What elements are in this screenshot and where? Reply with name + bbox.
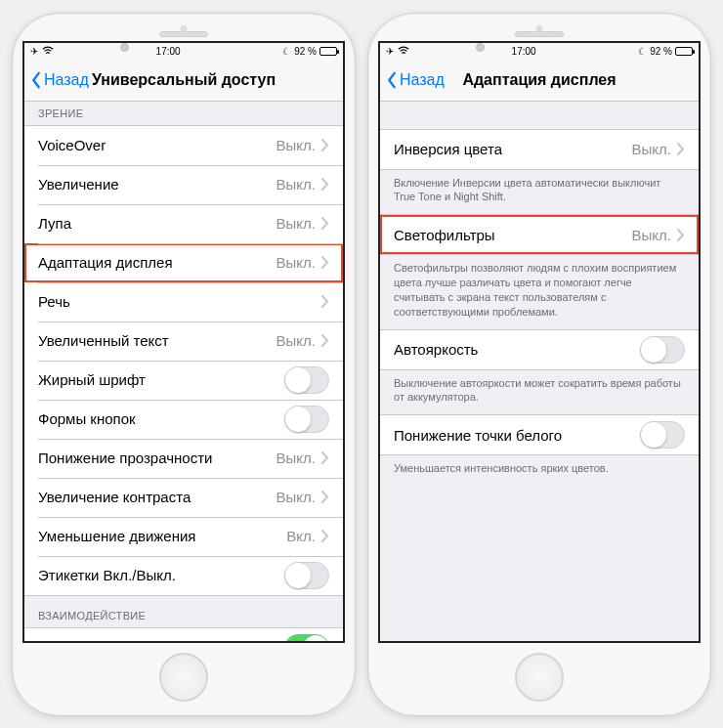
row-reduce-motion[interactable]: Уменьшение движения Вкл. [24,517,343,556]
row-white-point[interactable]: Понижение точки белого [380,415,699,454]
row-label: Понижение прозрачности [38,450,276,466]
row-label: Светофильтры [394,227,632,243]
toggle-auto-brightness[interactable] [640,336,685,364]
row-label: Понижение точки белого [394,427,640,444]
row-label: Жирный шрифт [38,371,284,388]
row-label: Лупа [38,215,276,232]
chevron-right-icon [321,139,329,151]
footer-invert: Включение Инверсии цвета автоматически в… [380,170,699,215]
footer-white-point: Уменьшается интенсивность ярких цветов. [380,455,699,486]
toggle-on-off-labels[interactable] [284,562,329,589]
row-label: Формы кнопок [38,410,284,427]
chevron-right-icon [321,256,329,269]
row-invert-colors[interactable]: Инверсия цвета Выкл. [380,130,699,169]
footer-filters: Светофильтры позволяют людям с плохим во… [380,255,699,328]
row-reduce-transparency[interactable]: Понижение прозрачности Выкл. [24,439,343,478]
chevron-right-icon [321,217,329,230]
chevron-right-icon [321,530,329,542]
section-header-vision: ЗРЕНИЕ [24,102,343,125]
row-value: Выкл. [276,137,316,153]
footer-auto-brightness: Выключение автояркости может сократить в… [380,370,699,415]
battery-icon [319,47,337,56]
back-button[interactable]: Назад [380,71,445,89]
status-bar: ✈ 17:00 ☾ 92 % [380,43,699,61]
chevron-left-icon [386,71,398,89]
row-bold-text[interactable]: Жирный шрифт [24,361,343,400]
screen-right: ✈ 17:00 ☾ 92 % Назад Адаптация дисплея [378,41,701,643]
status-time: 17:00 [156,46,181,57]
row-value: Выкл. [632,227,671,243]
front-camera [120,43,129,52]
row-value: Выкл. [632,141,671,157]
toggle-button-shapes[interactable] [284,406,329,433]
back-label: Назад [400,71,445,89]
row-button-shapes[interactable]: Формы кнопок [24,400,343,439]
row-label: Автояркость [394,341,640,358]
status-bar: ✈ 17:00 ☾ 92 % [24,43,343,61]
row-value: Выкл. [276,254,316,271]
chevron-left-icon [30,71,42,89]
row-speech[interactable]: Речь [24,282,343,321]
row-auto-brightness[interactable]: Автояркость [380,330,699,369]
wifi-icon [42,46,54,58]
chevron-right-icon [677,143,685,155]
nav-bar: Назад Универсальный доступ [24,61,343,102]
row-value: Выкл. [276,450,316,466]
settings-list[interactable]: Инверсия цвета Выкл. Включение Инверсии … [380,102,699,641]
status-time: 17:00 [512,46,536,57]
back-button[interactable]: Назад [24,71,89,89]
moon-icon: ☾ [638,46,647,57]
phone-left: ✈ 17:00 ☾ 92 % Назад Универсальный досту… [12,13,356,716]
proximity-sensor [536,25,543,32]
home-button[interactable] [515,653,564,702]
row-label: VoiceOver [38,137,276,153]
chevron-right-icon [321,178,329,191]
chevron-right-icon [321,334,329,347]
phone-right: ✈ 17:00 ☾ 92 % Назад Адаптация дисплея [367,13,711,716]
front-camera [476,43,485,52]
row-label: Увеличение [38,176,276,193]
toggle-reachability[interactable] [284,634,329,641]
airplane-icon: ✈ [30,46,38,57]
row-label: Уменьшение движения [38,528,286,544]
wifi-icon [398,46,409,58]
row-label: Увеличение контраста [38,489,276,505]
back-label: Назад [44,71,89,89]
row-zoom[interactable]: Увеличение Выкл. [24,165,343,204]
row-value: Выкл. [276,332,316,349]
row-color-filters[interactable]: Светофильтры Выкл. [380,215,699,254]
battery-icon [675,47,693,56]
section-header-interaction: ВЗАИМОДЕЙСТВИЕ [24,596,343,627]
row-increase-contrast[interactable]: Увеличение контраста Выкл. [24,478,343,517]
proximity-sensor [181,25,188,32]
row-label: Инверсия цвета [394,141,632,157]
row-value: Выкл. [276,489,316,505]
airplane-icon: ✈ [386,46,394,57]
home-button[interactable] [159,653,208,702]
row-display-accommodations[interactable]: Адаптация дисплея Выкл. [24,243,343,282]
screen-left: ✈ 17:00 ☾ 92 % Назад Универсальный досту… [22,41,345,643]
row-label: Речь [38,293,321,310]
row-value: Выкл. [276,215,316,232]
row-label: Удобный доступ [38,639,284,641]
row-on-off-labels[interactable]: Этикетки Вкл./Выкл. [24,556,343,595]
chevron-right-icon [321,491,329,503]
toggle-white-point[interactable] [640,421,685,449]
moon-icon: ☾ [282,46,291,57]
battery-percent: 92 % [650,46,672,57]
row-value: Выкл. [276,176,316,193]
row-label: Адаптация дисплея [38,254,276,271]
chevron-right-icon [677,229,685,241]
row-reachability[interactable]: Удобный доступ [24,628,343,641]
chevron-right-icon [321,451,329,464]
row-label: Этикетки Вкл./Выкл. [38,567,284,583]
row-voiceover[interactable]: VoiceOver Выкл. [24,126,343,165]
row-value: Вкл. [286,528,316,544]
row-magnifier[interactable]: Лупа Выкл. [24,204,343,243]
chevron-right-icon [321,295,329,308]
toggle-bold-text[interactable] [284,366,329,394]
settings-list[interactable]: ЗРЕНИЕ VoiceOver Выкл. Увеличение Выкл. … [24,102,343,641]
nav-bar: Назад Адаптация дисплея [380,61,699,102]
battery-percent: 92 % [294,46,317,57]
row-larger-text[interactable]: Увеличенный текст Выкл. [24,321,343,361]
